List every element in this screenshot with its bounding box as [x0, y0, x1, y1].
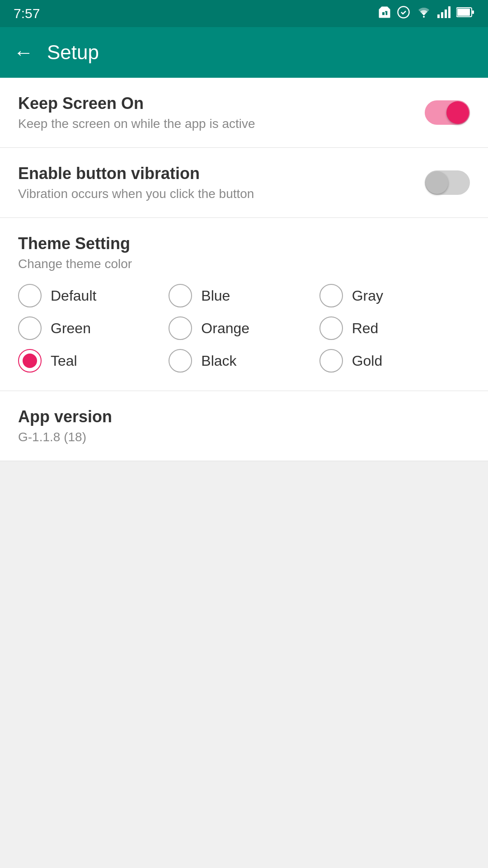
theme-section: Theme Setting Change theme color Default… — [0, 218, 488, 391]
radio-default — [18, 284, 42, 307]
theme-option-gray[interactable]: Gray — [319, 284, 470, 307]
settings-content: Keep Screen On Keep the screen on while … — [0, 78, 488, 823]
svg-rect-3 — [441, 12, 443, 18]
radio-label-gray: Gray — [352, 288, 383, 304]
app-version-title: App version — [18, 407, 470, 426]
radio-label-gold: Gold — [352, 353, 383, 369]
svg-rect-4 — [445, 9, 447, 18]
theme-options-grid: Default Blue Gray Green Orange — [18, 284, 470, 373]
vibration-toggle[interactable] — [425, 170, 470, 195]
app-version-value: G-1.1.8 (18) — [18, 430, 470, 444]
svg-rect-5 — [448, 6, 450, 18]
radio-black — [169, 349, 192, 373]
status-bar: 7:57 — [0, 0, 488, 27]
theme-option-gold[interactable]: Gold — [319, 349, 470, 373]
svg-rect-8 — [472, 10, 474, 14]
radio-gold — [319, 349, 343, 373]
radio-red — [319, 316, 343, 340]
keep-screen-on-item: Keep Screen On Keep the screen on while … — [0, 78, 488, 148]
bottom-space — [0, 461, 488, 823]
keep-screen-on-knob — [446, 101, 469, 124]
keep-screen-on-subtitle: Keep the screen on while the app is acti… — [18, 117, 425, 131]
wifi-icon — [416, 6, 432, 21]
keep-screen-on-text: Keep Screen On Keep the screen on while … — [18, 94, 425, 131]
radio-label-red: Red — [352, 320, 379, 337]
svg-point-0 — [398, 6, 409, 18]
app-bar: ← Setup — [0, 27, 488, 78]
vibration-knob — [426, 171, 448, 194]
theme-option-red[interactable]: Red — [319, 316, 470, 340]
radio-gray — [319, 284, 343, 307]
theme-title: Theme Setting — [18, 234, 470, 253]
radio-orange — [169, 316, 192, 340]
theme-option-default[interactable]: Default — [18, 284, 169, 307]
svg-point-1 — [423, 16, 425, 18]
keep-screen-on-toggle[interactable] — [425, 100, 470, 125]
radio-label-default: Default — [51, 288, 96, 304]
radio-label-teal: Teal — [51, 353, 77, 369]
keep-screen-on-title: Keep Screen On — [18, 94, 425, 113]
radio-green — [18, 316, 42, 340]
theme-option-blue[interactable]: Blue — [169, 284, 319, 307]
radio-teal — [18, 349, 42, 373]
vibration-subtitle: Vibration occurs when you click the butt… — [18, 187, 425, 201]
radio-blue — [169, 284, 192, 307]
svg-rect-2 — [437, 14, 440, 18]
status-time: 7:57 — [14, 6, 40, 21]
back-button[interactable]: ← — [14, 42, 33, 62]
theme-option-black[interactable]: Black — [169, 349, 319, 373]
page-title: Setup — [47, 41, 99, 64]
theme-option-green[interactable]: Green — [18, 316, 169, 340]
theme-subtitle: Change theme color — [18, 257, 470, 271]
battery-icon — [456, 6, 474, 21]
radio-label-black: Black — [201, 353, 236, 369]
vibration-item: Enable button vibration Vibration occurs… — [0, 148, 488, 218]
app-icon — [397, 5, 410, 22]
radio-label-green: Green — [51, 320, 91, 337]
vibration-title: Enable button vibration — [18, 164, 425, 183]
status-icons — [378, 5, 474, 22]
theme-option-teal[interactable]: Teal — [18, 349, 169, 373]
signal-icon — [437, 6, 451, 21]
vibration-text: Enable button vibration Vibration occurs… — [18, 164, 425, 201]
radio-label-orange: Orange — [201, 320, 249, 337]
radio-label-blue: Blue — [201, 288, 230, 304]
app-version-section: App version G-1.1.8 (18) — [0, 391, 488, 461]
sim-icon — [378, 5, 391, 22]
theme-option-orange[interactable]: Orange — [169, 316, 319, 340]
svg-rect-7 — [457, 9, 470, 16]
